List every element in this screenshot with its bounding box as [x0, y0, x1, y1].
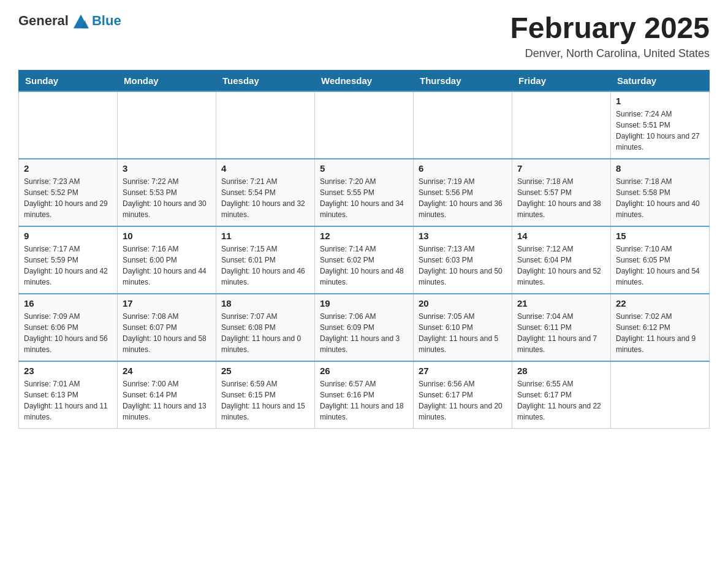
logo: General Blue	[18, 12, 121, 29]
page-header: General Blue February 2025 Denver, North…	[18, 12, 710, 60]
day-number: 27	[419, 366, 507, 376]
title-block: February 2025 Denver, North Carolina, Un…	[510, 12, 710, 60]
day-number: 24	[123, 366, 211, 376]
day-info: Sunrise: 7:17 AM Sunset: 5:59 PM Dayligh…	[24, 243, 112, 288]
day-number: 2	[24, 163, 112, 174]
calendar-cell: 4Sunrise: 7:21 AM Sunset: 5:54 PM Daylig…	[216, 159, 315, 226]
calendar-cell: 7Sunrise: 7:18 AM Sunset: 5:57 PM Daylig…	[512, 159, 611, 226]
calendar-cell: 17Sunrise: 7:08 AM Sunset: 6:07 PM Dayli…	[118, 294, 216, 361]
day-info: Sunrise: 7:18 AM Sunset: 5:58 PM Dayligh…	[616, 176, 704, 220]
day-number: 7	[517, 163, 605, 174]
day-number: 9	[24, 231, 112, 241]
calendar-cell: 23Sunrise: 7:01 AM Sunset: 6:13 PM Dayli…	[19, 361, 118, 429]
calendar-cell: 20Sunrise: 7:05 AM Sunset: 6:10 PM Dayli…	[414, 294, 512, 361]
calendar-cell: 21Sunrise: 7:04 AM Sunset: 6:11 PM Dayli…	[512, 294, 611, 361]
calendar-subtitle: Denver, North Carolina, United States	[510, 47, 710, 60]
day-number: 1	[616, 96, 704, 106]
day-info: Sunrise: 7:05 AM Sunset: 6:10 PM Dayligh…	[419, 311, 507, 355]
day-number: 10	[123, 231, 211, 241]
day-number: 12	[320, 231, 408, 241]
day-number: 28	[517, 366, 605, 376]
day-info: Sunrise: 7:02 AM Sunset: 6:12 PM Dayligh…	[616, 311, 704, 355]
day-number: 26	[320, 366, 408, 376]
week-row-1: 1Sunrise: 7:24 AM Sunset: 5:51 PM Daylig…	[19, 91, 710, 159]
day-info: Sunrise: 7:08 AM Sunset: 6:07 PM Dayligh…	[123, 311, 211, 355]
day-info: Sunrise: 7:16 AM Sunset: 6:00 PM Dayligh…	[123, 243, 211, 288]
logo-blue-text: Blue	[92, 13, 121, 29]
day-number: 14	[517, 231, 605, 241]
day-number: 16	[24, 298, 112, 308]
calendar-cell: 19Sunrise: 7:06 AM Sunset: 6:09 PM Dayli…	[315, 294, 414, 361]
calendar-cell: 5Sunrise: 7:20 AM Sunset: 5:55 PM Daylig…	[315, 159, 414, 226]
header-day-sunday: Sunday	[19, 70, 118, 91]
calendar-table: SundayMondayTuesdayWednesdayThursdayFrid…	[18, 70, 710, 429]
day-info: Sunrise: 7:15 AM Sunset: 6:01 PM Dayligh…	[221, 243, 309, 288]
header-day-friday: Friday	[512, 70, 611, 91]
calendar-cell: 15Sunrise: 7:10 AM Sunset: 6:05 PM Dayli…	[611, 226, 710, 294]
week-row-2: 2Sunrise: 7:23 AM Sunset: 5:52 PM Daylig…	[19, 159, 710, 226]
day-info: Sunrise: 7:00 AM Sunset: 6:14 PM Dayligh…	[123, 378, 211, 423]
calendar-cell: 13Sunrise: 7:13 AM Sunset: 6:03 PM Dayli…	[414, 226, 512, 294]
calendar-cell	[512, 91, 611, 159]
calendar-cell: 8Sunrise: 7:18 AM Sunset: 5:58 PM Daylig…	[611, 159, 710, 226]
day-info: Sunrise: 7:19 AM Sunset: 5:56 PM Dayligh…	[419, 176, 507, 220]
logo-general-text: General	[18, 13, 69, 29]
calendar-header: SundayMondayTuesdayWednesdayThursdayFrid…	[19, 70, 710, 91]
calendar-cell	[414, 91, 512, 159]
calendar-cell: 3Sunrise: 7:22 AM Sunset: 5:53 PM Daylig…	[118, 159, 216, 226]
header-day-saturday: Saturday	[611, 70, 710, 91]
calendar-cell	[19, 91, 118, 159]
week-row-4: 16Sunrise: 7:09 AM Sunset: 6:06 PM Dayli…	[19, 294, 710, 361]
day-number: 21	[517, 298, 605, 308]
day-info: Sunrise: 7:24 AM Sunset: 5:51 PM Dayligh…	[616, 109, 704, 153]
calendar-cell: 22Sunrise: 7:02 AM Sunset: 6:12 PM Dayli…	[611, 294, 710, 361]
calendar-cell: 24Sunrise: 7:00 AM Sunset: 6:14 PM Dayli…	[118, 361, 216, 429]
calendar-cell: 11Sunrise: 7:15 AM Sunset: 6:01 PM Dayli…	[216, 226, 315, 294]
calendar-cell: 6Sunrise: 7:19 AM Sunset: 5:56 PM Daylig…	[414, 159, 512, 226]
day-number: 11	[221, 231, 309, 241]
day-info: Sunrise: 7:04 AM Sunset: 6:11 PM Dayligh…	[517, 311, 605, 355]
day-info: Sunrise: 7:13 AM Sunset: 6:03 PM Dayligh…	[419, 243, 507, 288]
calendar-cell: 10Sunrise: 7:16 AM Sunset: 6:00 PM Dayli…	[118, 226, 216, 294]
day-info: Sunrise: 7:20 AM Sunset: 5:55 PM Dayligh…	[320, 176, 408, 220]
day-number: 6	[419, 163, 507, 174]
header-day-wednesday: Wednesday	[315, 70, 414, 91]
day-number: 3	[123, 163, 211, 174]
calendar-cell: 1Sunrise: 7:24 AM Sunset: 5:51 PM Daylig…	[611, 91, 710, 159]
calendar-cell: 27Sunrise: 6:56 AM Sunset: 6:17 PM Dayli…	[414, 361, 512, 429]
calendar-body: 1Sunrise: 7:24 AM Sunset: 5:51 PM Daylig…	[19, 91, 710, 429]
day-info: Sunrise: 7:10 AM Sunset: 6:05 PM Dayligh…	[616, 243, 704, 288]
header-day-tuesday: Tuesday	[216, 70, 315, 91]
day-number: 19	[320, 298, 408, 308]
week-row-5: 23Sunrise: 7:01 AM Sunset: 6:13 PM Dayli…	[19, 361, 710, 429]
calendar-cell: 9Sunrise: 7:17 AM Sunset: 5:59 PM Daylig…	[19, 226, 118, 294]
calendar-cell	[118, 91, 216, 159]
day-info: Sunrise: 6:59 AM Sunset: 6:15 PM Dayligh…	[221, 378, 309, 423]
day-info: Sunrise: 7:01 AM Sunset: 6:13 PM Dayligh…	[24, 378, 112, 423]
header-day-monday: Monday	[118, 70, 216, 91]
day-number: 15	[616, 231, 704, 241]
day-info: Sunrise: 7:23 AM Sunset: 5:52 PM Dayligh…	[24, 176, 112, 220]
calendar-cell: 18Sunrise: 7:07 AM Sunset: 6:08 PM Dayli…	[216, 294, 315, 361]
calendar-cell: 2Sunrise: 7:23 AM Sunset: 5:52 PM Daylig…	[19, 159, 118, 226]
day-number: 8	[616, 163, 704, 174]
calendar-cell: 16Sunrise: 7:09 AM Sunset: 6:06 PM Dayli…	[19, 294, 118, 361]
day-info: Sunrise: 7:21 AM Sunset: 5:54 PM Dayligh…	[221, 176, 309, 220]
days-of-week-row: SundayMondayTuesdayWednesdayThursdayFrid…	[19, 70, 710, 91]
calendar-cell: 14Sunrise: 7:12 AM Sunset: 6:04 PM Dayli…	[512, 226, 611, 294]
day-info: Sunrise: 7:07 AM Sunset: 6:08 PM Dayligh…	[221, 311, 309, 355]
calendar-title: February 2025	[510, 12, 710, 45]
day-number: 5	[320, 163, 408, 174]
day-number: 23	[24, 366, 112, 376]
calendar-cell: 12Sunrise: 7:14 AM Sunset: 6:02 PM Dayli…	[315, 226, 414, 294]
calendar-cell: 25Sunrise: 6:59 AM Sunset: 6:15 PM Dayli…	[216, 361, 315, 429]
day-info: Sunrise: 7:06 AM Sunset: 6:09 PM Dayligh…	[320, 311, 408, 355]
calendar-cell	[315, 91, 414, 159]
calendar-cell: 26Sunrise: 6:57 AM Sunset: 6:16 PM Dayli…	[315, 361, 414, 429]
day-info: Sunrise: 7:18 AM Sunset: 5:57 PM Dayligh…	[517, 176, 605, 220]
week-row-3: 9Sunrise: 7:17 AM Sunset: 5:59 PM Daylig…	[19, 226, 710, 294]
day-number: 20	[419, 298, 507, 308]
calendar-cell	[216, 91, 315, 159]
day-info: Sunrise: 6:57 AM Sunset: 6:16 PM Dayligh…	[320, 378, 408, 423]
day-number: 17	[123, 298, 211, 308]
